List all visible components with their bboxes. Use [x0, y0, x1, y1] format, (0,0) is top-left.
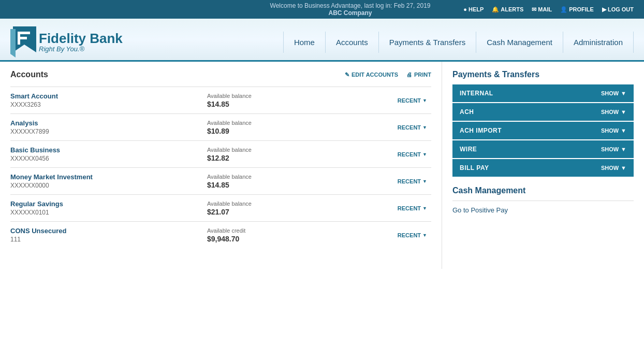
account-name[interactable]: CONS Unsecured [10, 227, 197, 235]
payment-item[interactable]: ACH SHOW ▼ [452, 103, 634, 121]
payments-transfers-title: Payments & Transfers [452, 70, 634, 79]
bell-icon: 🔔 [492, 6, 499, 13]
balance-amount: $21.07 [207, 208, 393, 216]
balance-label: Available balance [207, 120, 393, 126]
account-row: Smart Account XXXX3263 Available balance… [10, 87, 431, 113]
company-name: ABC Company [329, 9, 372, 17]
balance-amount: $10.89 [207, 127, 393, 135]
logout-button[interactable]: ▶ LOG OUT [602, 6, 634, 13]
payment-item-show: SHOW ▼ [601, 109, 626, 115]
bank-logo-icon [10, 24, 39, 60]
recent-button[interactable]: RECENT ▼ [393, 95, 431, 106]
recent-button[interactable]: RECENT ▼ [393, 122, 431, 133]
payment-item-show: SHOW ▼ [601, 90, 626, 96]
recent-button[interactable]: RECENT ▼ [393, 230, 431, 240]
account-balance-area: Available balance $14.85 [197, 174, 393, 189]
cash-management-links: Go to Positive Pay [452, 206, 634, 214]
payment-item[interactable]: BILL PAY SHOW ▼ [452, 159, 634, 177]
user-icon: 👤 [560, 6, 567, 13]
balance-label: Available balance [207, 93, 393, 99]
chevron-down-icon: ▼ [621, 165, 626, 171]
mail-icon: ✉ [532, 6, 536, 13]
account-name[interactable]: Money Market Investment [10, 173, 197, 181]
recent-button[interactable]: RECENT ▼ [393, 176, 431, 187]
help-icon: ● [463, 6, 467, 12]
account-balance-area: Available balance $14.85 [197, 93, 393, 108]
account-info: Analysis XXXXXX7899 [10, 119, 197, 135]
accounts-list: Smart Account XXXX3263 Available balance… [10, 87, 431, 248]
chevron-down-icon: ▼ [621, 127, 626, 134]
nav-accounts[interactable]: Accounts [326, 32, 379, 53]
chevron-down-icon: ▼ [422, 179, 427, 184]
account-balance-area: Available balance $21.07 [197, 201, 393, 216]
account-name[interactable]: Basic Business [10, 146, 197, 154]
header: Fidelity Bank Right By You.® Home Accoun… [0, 19, 644, 62]
top-info-bar: Welcome to Business Advantage, last log … [0, 0, 644, 19]
positive-pay-link[interactable]: Go to Positive Pay [452, 206, 508, 214]
account-row: CONS Unsecured 111 Available credit $9,9… [10, 221, 431, 248]
edit-icon: ✎ [345, 72, 349, 78]
account-number: XXXXXX0000 [10, 182, 197, 189]
print-button[interactable]: 🖨 PRINT [406, 72, 431, 78]
logout-icon: ▶ [602, 6, 606, 13]
cash-management-title: Cash Management [452, 186, 634, 195]
recent-label: RECENT [398, 205, 421, 211]
cash-management-divider [452, 201, 634, 201]
account-info: Regular Savings XXXXXX0101 [10, 200, 197, 216]
account-row: Basic Business XXXXXX0456 Available bala… [10, 140, 431, 167]
accounts-section: Accounts ✎ EDIT ACCOUNTS 🖨 PRINT Smart A… [0, 62, 442, 269]
account-name[interactable]: Regular Savings [10, 200, 197, 208]
account-number: XXXXXX0456 [10, 155, 197, 162]
account-name[interactable]: Smart Account [10, 92, 197, 100]
main-content: Accounts ✎ EDIT ACCOUNTS 🖨 PRINT Smart A… [0, 62, 644, 269]
recent-button[interactable]: RECENT ▼ [393, 149, 431, 160]
payment-item-show: SHOW ▼ [601, 165, 626, 171]
right-panel: Payments & Transfers INTERNAL SHOW ▼ ACH… [442, 62, 644, 269]
printer-icon: 🖨 [406, 72, 412, 78]
account-balance-area: Available balance $12.82 [197, 147, 393, 162]
recent-label: RECENT [398, 232, 421, 238]
svg-marker-4 [10, 29, 16, 58]
recent-label: RECENT [398, 151, 421, 158]
payment-item-label: INTERNAL [460, 90, 493, 97]
chevron-down-icon: ▼ [621, 109, 626, 115]
chevron-down-icon: ▼ [422, 125, 427, 130]
payment-item[interactable]: ACH IMPORT SHOW ▼ [452, 122, 634, 139]
recent-button[interactable]: RECENT ▼ [393, 203, 431, 213]
chevron-down-icon: ▼ [422, 98, 427, 103]
alerts-button[interactable]: 🔔 ALERTS [492, 6, 523, 13]
bank-name: Fidelity Bank [39, 32, 123, 45]
main-nav: Home Accounts Payments & Transfers Cash … [283, 32, 634, 53]
payment-item-label: WIRE [460, 146, 477, 153]
account-number: XXXX3263 [10, 101, 197, 108]
nav-admin[interactable]: Administration [563, 32, 634, 53]
account-row: Money Market Investment XXXXXX0000 Avail… [10, 167, 431, 194]
nav-home[interactable]: Home [283, 32, 326, 53]
account-row: Regular Savings XXXXXX0101 Available bal… [10, 194, 431, 221]
payment-item-show: SHOW ▼ [601, 127, 626, 134]
account-number: XXXXXX0101 [10, 209, 197, 216]
profile-button[interactable]: 👤 PROFILE [560, 6, 594, 13]
recent-label: RECENT [398, 178, 421, 184]
payment-items-list: INTERNAL SHOW ▼ ACH SHOW ▼ ACH IMPORT SH… [452, 84, 634, 177]
svg-rect-3 [18, 37, 27, 39]
logo-text: Fidelity Bank Right By You.® [39, 32, 123, 53]
mail-button[interactable]: ✉ MAIL [532, 6, 552, 13]
bank-tagline: Right By You.® [39, 45, 123, 53]
account-row: Analysis XXXXXX7899 Available balance $1… [10, 113, 431, 140]
help-button[interactable]: ● HELP [463, 6, 484, 12]
account-balance-area: Available balance $10.89 [197, 120, 393, 135]
account-info: Basic Business XXXXXX0456 [10, 146, 197, 162]
account-name[interactable]: Analysis [10, 119, 197, 127]
nav-payments[interactable]: Payments & Transfers [379, 32, 477, 53]
recent-label: RECENT [398, 97, 421, 104]
balance-amount: $14.85 [207, 100, 393, 108]
accounts-actions: ✎ EDIT ACCOUNTS 🖨 PRINT [345, 72, 431, 78]
payment-item[interactable]: WIRE SHOW ▼ [452, 140, 634, 158]
payment-item[interactable]: INTERNAL SHOW ▼ [452, 84, 634, 102]
nav-cash[interactable]: Cash Management [476, 32, 563, 53]
account-info: CONS Unsecured 111 [10, 227, 197, 243]
welcome-message: Welcome to Business Advantage, last log … [270, 2, 431, 9]
chevron-down-icon: ▼ [621, 90, 626, 96]
edit-accounts-button[interactable]: ✎ EDIT ACCOUNTS [345, 72, 398, 78]
